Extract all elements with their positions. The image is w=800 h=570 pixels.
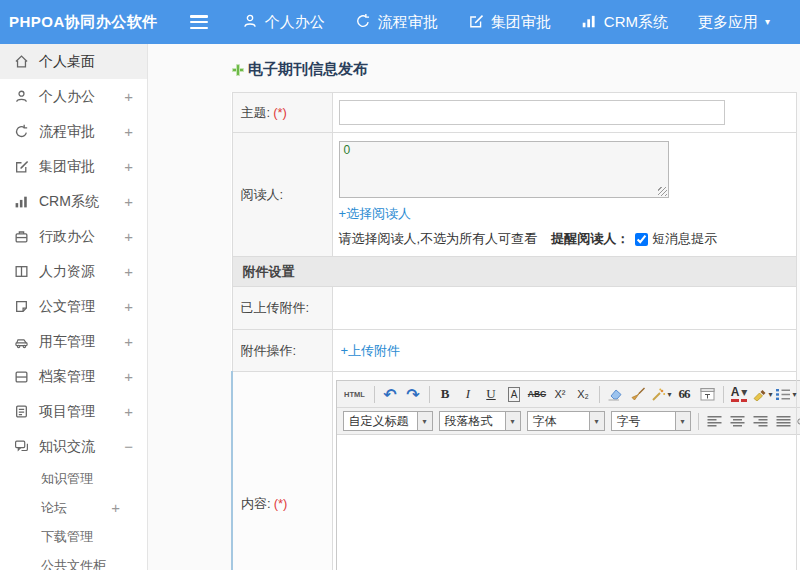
readers-count: 0 <box>344 143 351 157</box>
magic-wand-icon[interactable]: ▾ <box>651 384 672 405</box>
expand-plus-icon[interactable]: + <box>124 298 133 315</box>
nav-personal-office[interactable]: 个人办公 <box>242 13 325 32</box>
align-center-icon[interactable] <box>727 411 748 432</box>
font-family-select[interactable]: 字体▾ <box>527 411 605 431</box>
sidebar-subitem-download-mgmt[interactable]: 下载管理 <box>0 522 147 551</box>
expand-plus-icon[interactable]: + <box>124 88 133 105</box>
italic-button[interactable]: I <box>458 384 479 405</box>
format-brush-icon[interactable] <box>628 384 649 405</box>
nav-more-apps[interactable]: 更多应用 ▾ <box>698 13 770 32</box>
underline-button[interactable]: U <box>481 384 502 405</box>
strikethrough-button[interactable]: ABC <box>527 384 548 405</box>
chevron-down-icon: ▾ <box>505 412 520 430</box>
chat-bubbles-icon <box>14 439 29 454</box>
readers-hint-row: 请选择阅读人,不选为所有人可查看 提醒阅读人： 短消息提示 <box>339 230 797 248</box>
align-left-icon[interactable] <box>704 411 725 432</box>
expand-plus-icon[interactable]: + <box>124 263 133 280</box>
attachment-action-label: 附件操作: <box>232 330 332 372</box>
sidebar-item-admin-office[interactable]: 行政办公 + <box>0 219 147 254</box>
font-size-select[interactable]: 字号▾ <box>611 411 691 431</box>
align-justify-icon[interactable] <box>773 411 794 432</box>
uploaded-attachments-value <box>332 287 797 330</box>
toolbar-separator <box>429 386 430 403</box>
expand-plus-icon[interactable]: + <box>124 368 133 385</box>
sidebar-subitem-forum[interactable]: 论坛 + <box>0 493 147 522</box>
html-source-button[interactable]: HTML <box>341 384 369 405</box>
attachment-section-header: 附件设置 <box>232 257 797 287</box>
chevron-down-icon: ▾ <box>675 412 690 430</box>
publish-form-table: 主题:(*) 阅读人: 0 +选择阅读人 请选择阅读人,不选为所有人可查看 提醒… <box>231 92 797 570</box>
nav-group-approval[interactable]: 集团审批 <box>468 13 551 32</box>
required-mark: (*) <box>274 496 288 511</box>
undo-icon[interactable]: ↶ <box>380 384 401 405</box>
expand-plus-icon[interactable]: + <box>124 123 133 140</box>
subject-label: 主题:(*) <box>232 93 332 133</box>
bold-button[interactable]: B <box>435 384 456 405</box>
app-title: PHPOA协同办公软件 <box>0 13 178 32</box>
sidebar-item-knowledge-exchange[interactable]: 知识交流 − <box>0 429 147 464</box>
sidebar-item-group-approval[interactable]: 集团审批 + <box>0 149 147 184</box>
upload-attachment-link[interactable]: +上传附件 <box>341 343 401 358</box>
sidebar-item-vehicle-mgmt[interactable]: 用车管理 + <box>0 324 147 359</box>
readers-label: 阅读人: <box>232 133 332 257</box>
hamburger-menu-icon[interactable] <box>190 15 208 29</box>
chevron-down-icon: ▾ <box>793 390 797 399</box>
sidebar-item-personal-desktop[interactable]: 个人桌面 <box>0 44 147 79</box>
sidebar-item-archive-mgmt[interactable]: 档案管理 + <box>0 359 147 394</box>
align-right-icon[interactable] <box>750 411 771 432</box>
insert-link-icon[interactable] <box>796 411 800 432</box>
required-mark: (*) <box>273 105 287 120</box>
toolbar-separator <box>698 413 699 430</box>
highlight-color-icon[interactable]: ▾ <box>752 384 773 405</box>
sms-notify-label: 短消息提示 <box>652 230 717 248</box>
group-approval-icon <box>468 13 484 32</box>
top-header-bar: PHPOA协同办公软件 个人办公 流程审批 集团审批 CRM系统 更多应用 ▾ <box>0 0 800 44</box>
expand-plus-icon[interactable]: + <box>124 333 133 350</box>
readers-row: 阅读人: 0 +选择阅读人 请选择阅读人,不选为所有人可查看 提醒阅读人： 短消… <box>232 133 797 257</box>
sidebar-subitem-public-file-cabinet[interactable]: 公共文件柜 <box>0 551 147 570</box>
font-style-button[interactable]: A <box>508 387 521 402</box>
resize-handle[interactable] <box>658 187 667 196</box>
sidebar-item-document-mgmt[interactable]: 公文管理 + <box>0 289 147 324</box>
ordered-list-icon[interactable]: ▾ <box>775 384 797 405</box>
subscript-button[interactable]: X₂ <box>573 384 594 405</box>
crm-chart-icon <box>14 194 29 209</box>
expand-plus-icon[interactable]: + <box>124 193 133 210</box>
uploaded-attachments-row: 已上传附件: <box>232 287 797 330</box>
green-plus-icon <box>231 63 245 77</box>
redo-icon[interactable]: ↷ <box>403 384 424 405</box>
sidebar-item-crm-system[interactable]: CRM系统 + <box>0 184 147 219</box>
project-doc-icon <box>14 404 29 419</box>
editor-toolbar-row2: 自定义标题▾ 段落格式▾ 字体▾ 字号▾ <box>337 408 800 435</box>
readers-textarea[interactable]: 0 <box>339 141 669 198</box>
collapse-minus-icon[interactable]: − <box>124 438 133 455</box>
sms-notify-checkbox[interactable] <box>635 233 648 246</box>
expand-plus-icon[interactable]: + <box>111 499 120 516</box>
font-color-button[interactable]: A▾ <box>729 384 750 405</box>
sidebar-item-personal-office[interactable]: 个人办公 + <box>0 79 147 114</box>
choose-readers-link[interactable]: +选择阅读人 <box>339 205 412 223</box>
eraser-icon[interactable] <box>605 384 626 405</box>
nav-crm-system[interactable]: CRM系统 <box>581 13 668 32</box>
sidebar-item-hr[interactable]: 人力资源 + <box>0 254 147 289</box>
superscript-button[interactable]: X² <box>550 384 571 405</box>
paragraph-format-select[interactable]: 段落格式▾ <box>439 411 521 431</box>
expand-plus-icon[interactable]: + <box>124 228 133 245</box>
subject-row: 主题:(*) <box>232 93 797 133</box>
readers-hint-text: 请选择阅读人,不选为所有人可查看 <box>339 230 538 248</box>
sidebar-item-process-approval[interactable]: 流程审批 + <box>0 114 147 149</box>
blockquote-button[interactable]: 66 <box>674 384 695 405</box>
expand-plus-icon[interactable]: + <box>124 158 133 175</box>
editor-content-area[interactable] <box>337 435 800 570</box>
nav-process-approval[interactable]: 流程审批 <box>355 13 438 32</box>
sidebar-item-project-mgmt[interactable]: 项目管理 + <box>0 394 147 429</box>
person-icon <box>14 89 29 104</box>
process-approval-icon <box>355 13 371 32</box>
briefcase-icon <box>14 229 29 244</box>
main-content: 电子期刊信息发布 主题:(*) 阅读人: 0 +选择阅读人 请选择阅读人,不选为… <box>149 44 800 570</box>
sidebar-subitem-knowledge-mgmt[interactable]: 知识管理 <box>0 464 147 493</box>
custom-heading-select[interactable]: 自定义标题▾ <box>343 411 433 431</box>
expand-plus-icon[interactable]: + <box>124 403 133 420</box>
subject-input[interactable] <box>339 100 725 125</box>
paste-template-icon[interactable] <box>697 384 718 405</box>
